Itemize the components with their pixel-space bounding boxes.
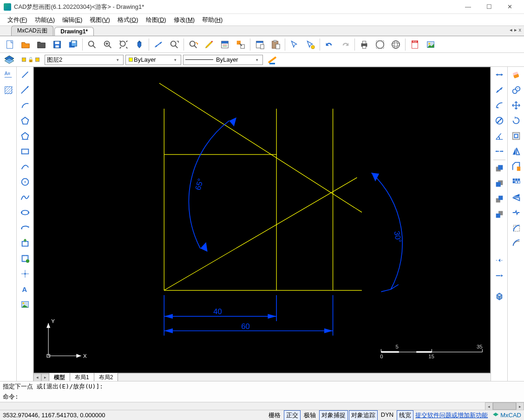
status-toggle-DYN[interactable]: DYN (379, 410, 396, 420)
point-button[interactable] (18, 267, 32, 281)
dim-linear-button[interactable] (492, 68, 506, 82)
dimension-button[interactable] (151, 37, 166, 52)
zoom-prev-button[interactable] (186, 37, 201, 52)
doc-tab[interactable]: Drawing1* (54, 27, 94, 36)
copy-button[interactable] (509, 83, 523, 97)
xline-button[interactable] (18, 83, 32, 97)
hatch-button[interactable] (1, 83, 15, 97)
multiline-text-button[interactable]: A≡ (1, 68, 15, 82)
circle-button[interactable] (18, 175, 32, 189)
image-button[interactable] (423, 37, 438, 52)
polygon2-button[interactable] (18, 129, 32, 143)
close-button[interactable]: ✕ (499, 0, 520, 14)
color-combo[interactable]: ByLayer▾ (125, 55, 181, 65)
linetype-combo[interactable]: ByLayer▾ (183, 55, 263, 65)
arc3p-button[interactable] (18, 160, 32, 174)
menu-e[interactable]: 编辑(E) (59, 14, 86, 26)
globe-button[interactable] (388, 37, 403, 52)
layer-states-icon[interactable]: 🔓 (19, 54, 43, 66)
command-prompt[interactable]: 命令: (0, 392, 524, 402)
select-filter-button[interactable] (303, 37, 318, 52)
new-button[interactable] (2, 37, 17, 52)
command-scrollbar[interactable]: ◂ ▸ (0, 402, 524, 410)
layers-icon[interactable] (2, 54, 17, 66)
save-button[interactable] (50, 37, 65, 52)
tab-close[interactable]: x (519, 27, 522, 33)
copyclip-button[interactable] (252, 37, 267, 52)
fillet-button[interactable] (509, 221, 523, 235)
block-insert-button[interactable] (18, 236, 32, 250)
dim-aligned-button[interactable] (492, 83, 506, 97)
pasteclip-button[interactable] (268, 37, 283, 52)
cmd-scroll-right[interactable]: ▸ (516, 402, 524, 410)
chamfer-button[interactable] (509, 160, 523, 174)
zoom-win-button[interactable] (167, 37, 182, 52)
trim-tool-button[interactable] (492, 253, 506, 267)
arc-button[interactable] (18, 98, 32, 112)
scroll-right[interactable]: ▸ (41, 374, 49, 381)
saveas-button[interactable] (66, 37, 80, 52)
status-toggle-对象捕捉[interactable]: 对象捕捉 (319, 410, 348, 420)
cmd-scroll-left[interactable]: ◂ (485, 402, 493, 410)
match-button[interactable] (233, 37, 248, 52)
send-back-button[interactable] (492, 207, 506, 221)
offset-button[interactable] (509, 129, 523, 143)
menu-a[interactable]: 功能(A) (31, 14, 59, 26)
print-button[interactable] (357, 37, 372, 52)
menu-f[interactable]: 文件(F) (4, 14, 31, 26)
copy-front-button[interactable] (492, 162, 506, 175)
make-block-button[interactable] (18, 252, 32, 265)
properties-button[interactable] (217, 37, 232, 52)
dim-angular-button[interactable] (492, 129, 506, 143)
menu-o[interactable]: 格式(O) (114, 14, 142, 26)
open-button[interactable] (18, 37, 33, 52)
erase-button[interactable] (509, 68, 523, 82)
line-button[interactable] (18, 68, 32, 82)
bring-front-button[interactable] (492, 192, 506, 206)
mtext-button[interactable]: A (18, 282, 32, 296)
status-toggle-对象追踪[interactable]: 对象追踪 (349, 410, 378, 420)
pan-button[interactable] (132, 37, 147, 52)
pdf-button[interactable]: PDF (407, 37, 422, 52)
dim-diameter-button[interactable] (492, 114, 506, 128)
maximize-button[interactable]: ☐ (478, 0, 499, 14)
select-button[interactable] (287, 37, 302, 52)
layout-tab[interactable]: 布局2 (94, 373, 118, 381)
break-button[interactable] (509, 206, 523, 220)
status-toggle-正交[interactable]: 正交 (284, 410, 301, 420)
folder-button[interactable] (34, 37, 49, 52)
zoom-in-button[interactable] (100, 37, 115, 52)
redo-button[interactable] (338, 37, 353, 52)
lineweight-icon[interactable] (265, 54, 280, 66)
mirror-v-button[interactable] (509, 144, 523, 158)
minimize-button[interactable]: — (458, 0, 478, 14)
ellipse-arc-button[interactable] (18, 221, 32, 235)
array-button[interactable] (509, 175, 523, 189)
layout-tab[interactable]: 模型 (49, 373, 70, 381)
zoom-search-button[interactable] (85, 37, 99, 52)
menu-d[interactable]: 绘图(D) (142, 14, 170, 26)
pencil-button[interactable] (202, 37, 216, 52)
layout-tab[interactable]: 布局1 (70, 373, 94, 381)
spline-button[interactable] (18, 190, 32, 204)
menu-h[interactable]: 帮助(H) (198, 14, 226, 26)
drawing-canvas[interactable]: 65° 30° 40 60 (33, 67, 491, 373)
status-toggle-线宽[interactable]: 线宽 (397, 410, 413, 420)
stretch-button[interactable] (509, 236, 523, 250)
image-insert-button[interactable] (18, 297, 32, 311)
rectangle-button[interactable] (18, 144, 32, 158)
copy-back-button[interactable] (492, 177, 506, 191)
status-toggle-栅格[interactable]: 栅格 (266, 410, 283, 420)
menu-v[interactable]: 视图(V) (86, 14, 113, 26)
doc-tab[interactable]: MxCAD云图 (11, 26, 53, 36)
zoom-ext-button[interactable] (116, 37, 131, 52)
dim-arc-button[interactable] (492, 98, 506, 112)
layer-combo[interactable]: 图层2▾ (45, 55, 124, 65)
tab-prev[interactable]: ◂ (510, 27, 512, 33)
feedback-link[interactable]: 提交软件问题或增加新功能 (413, 411, 490, 420)
web-button[interactable] (373, 37, 387, 52)
move-button[interactable] (509, 98, 523, 112)
mirror-h-button[interactable] (509, 190, 523, 204)
scroll-left[interactable]: ◂ (33, 374, 41, 381)
tab-next[interactable]: ▸ (514, 27, 517, 33)
